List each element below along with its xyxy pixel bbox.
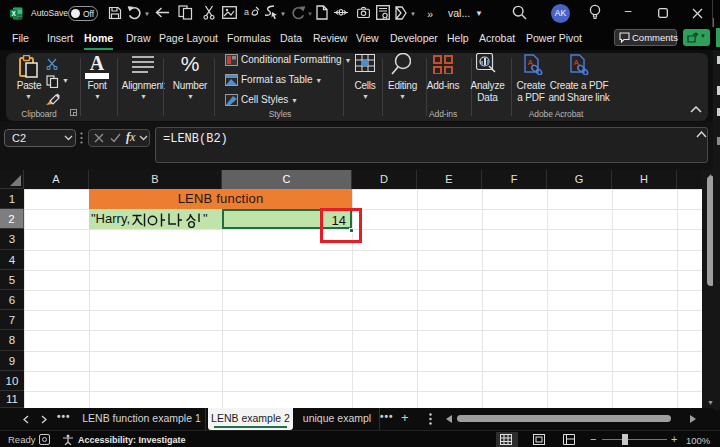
- svg-text:a: a: [244, 7, 249, 17]
- svg-text:X: X: [11, 10, 16, 17]
